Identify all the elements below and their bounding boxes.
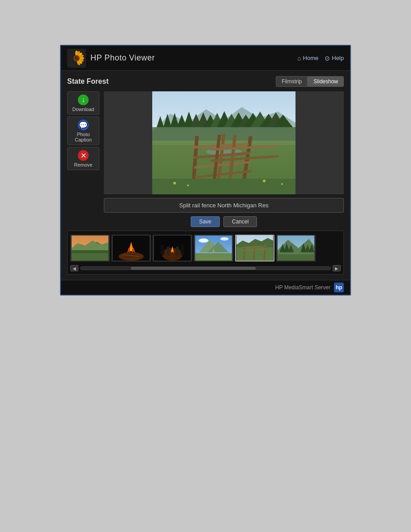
svg-point-74 xyxy=(176,249,179,256)
footer-text: HP MediaSmart Server xyxy=(275,284,330,291)
thumbnail-6[interactable] xyxy=(276,235,316,262)
remove-button[interactable]: ✕ Remove xyxy=(67,147,99,170)
cancel-button[interactable]: Cancel xyxy=(223,216,257,227)
svg-point-48 xyxy=(187,184,189,186)
caption-input[interactable] xyxy=(107,199,341,211)
app-header: HP Photo Viewer ⌂ Home ⊙ Help xyxy=(61,46,350,71)
svg-rect-46 xyxy=(152,179,295,194)
svg-point-68 xyxy=(160,247,164,256)
svg-rect-54 xyxy=(72,253,108,261)
help-icon: ⊙ xyxy=(325,55,330,62)
app-footer: HP MediaSmart Server hp xyxy=(61,280,350,295)
photo-caption-button[interactable]: 💬 Photo Caption xyxy=(67,116,99,145)
caption-icon: 💬 xyxy=(78,120,89,130)
svg-point-72 xyxy=(167,249,170,256)
filmstrip-prev-button[interactable]: ◀ xyxy=(70,265,78,271)
download-icon: ↓ xyxy=(78,94,89,105)
app-logo xyxy=(67,49,86,68)
app-title: HP Photo Viewer xyxy=(90,53,297,63)
content-area: State Forest Filmstrip Slideshow ↓ Downl… xyxy=(61,71,350,280)
svg-point-49 xyxy=(263,180,265,182)
thumbnail-2[interactable] xyxy=(111,235,151,262)
svg-point-69 xyxy=(160,245,164,249)
svg-point-75 xyxy=(176,246,179,249)
slideshow-button[interactable]: Slideshow xyxy=(308,76,344,87)
filmstrip-section: ◀ ▶ xyxy=(67,231,344,275)
svg-point-78 xyxy=(220,237,229,240)
filmstrip-scrollbar[interactable] xyxy=(80,266,331,270)
album-header: State Forest Filmstrip Slideshow xyxy=(67,76,344,87)
filmstrip-nav: ◀ ▶ xyxy=(70,263,341,274)
svg-point-73 xyxy=(167,246,170,249)
filmstrip-next-button[interactable]: ▶ xyxy=(333,265,341,271)
main-layout: ↓ Download 💬 Photo Caption ✕ Remove xyxy=(67,91,344,227)
svg-point-71 xyxy=(180,245,184,249)
thumbnail-4[interactable] xyxy=(194,235,233,262)
main-photo xyxy=(104,91,344,194)
sidebar: ↓ Download 💬 Photo Caption ✕ Remove xyxy=(67,91,99,227)
svg-point-10 xyxy=(74,56,79,60)
svg-rect-99 xyxy=(278,254,314,261)
download-button[interactable]: ↓ Download xyxy=(67,91,99,115)
svg-point-70 xyxy=(180,247,184,256)
home-icon: ⌂ xyxy=(297,55,301,62)
header-nav: ⌂ Home ⊙ Help xyxy=(297,55,344,62)
home-link[interactable]: ⌂ Home xyxy=(297,55,318,62)
thumbnail-1[interactable] xyxy=(70,235,110,262)
thumbnail-3[interactable] xyxy=(153,235,192,262)
filmstrip-button[interactable]: Filmstrip xyxy=(276,76,308,87)
svg-point-50 xyxy=(281,183,283,185)
thumbnail-5[interactable] xyxy=(235,235,274,262)
filmstrip-scroll[interactable] xyxy=(70,235,341,263)
svg-point-47 xyxy=(173,182,176,184)
footer-logo: hp xyxy=(334,283,344,292)
remove-icon: ✕ xyxy=(78,150,89,161)
svg-line-86 xyxy=(244,244,245,261)
help-link[interactable]: ⊙ Help xyxy=(325,55,344,62)
caption-container xyxy=(104,198,344,213)
album-title: State Forest xyxy=(67,77,108,86)
view-toggle: Filmstrip Slideshow xyxy=(276,76,344,87)
svg-rect-82 xyxy=(195,253,232,261)
action-buttons: Save Cancel xyxy=(104,216,344,227)
svg-point-77 xyxy=(198,239,208,243)
save-button[interactable]: Save xyxy=(191,216,220,227)
app-window: HP Photo Viewer ⌂ Home ⊙ Help State Fore… xyxy=(60,45,351,296)
photo-area: Save Cancel xyxy=(104,91,344,227)
filmstrip-scrollbar-thumb xyxy=(131,267,256,270)
